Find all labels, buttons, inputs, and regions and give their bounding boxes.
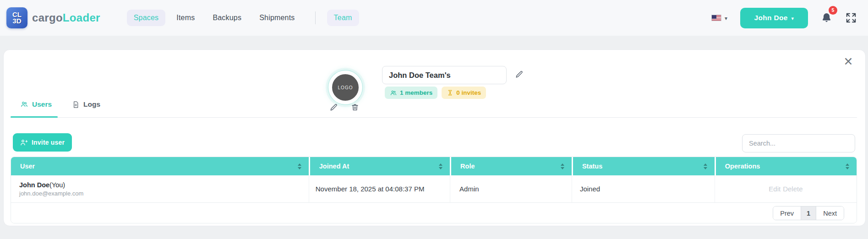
top-navigation-bar: CL 3D cargoLoader Spaces Items Backups S… (0, 0, 868, 36)
user-menu-button[interactable]: John Doe (740, 8, 808, 28)
pagination-current-page[interactable]: 1 (801, 206, 816, 220)
nav-item-backups[interactable]: Backups (206, 10, 248, 26)
tab-users[interactable]: Users (20, 100, 52, 109)
chevron-down-icon (725, 14, 727, 22)
users-table: User Joined At Role Status Operations (11, 157, 857, 223)
invite-user-button[interactable]: Invite user (13, 133, 72, 152)
table-footer: Prev 1 Next (11, 203, 857, 223)
column-header-status[interactable]: Status (572, 157, 715, 175)
logo-text-bottom: 3D (12, 18, 21, 24)
column-label: Joined At (319, 163, 349, 170)
cell-operations: Edit Delete (715, 175, 857, 202)
pagination-next-button[interactable]: Next (816, 206, 844, 220)
team-badges: 1 members 0 invites (385, 87, 486, 99)
brand-title: cargoLoader (32, 11, 100, 24)
tab-logs[interactable]: Logs (72, 100, 100, 109)
user-you-suffix: (You) (49, 181, 65, 189)
column-header-operations[interactable]: Operations (715, 157, 857, 175)
main-nav: Spaces Items Backups Shipments Team (127, 10, 359, 26)
edit-avatar-icon[interactable] (329, 103, 338, 112)
sort-icon[interactable] (298, 163, 301, 169)
nav-divider (315, 11, 316, 24)
tabs-divider (11, 117, 857, 118)
column-label: Status (582, 163, 602, 170)
close-icon[interactable] (841, 54, 856, 69)
document-icon (72, 101, 80, 109)
users-icon (20, 100, 28, 109)
invite-user-label: Invite user (32, 139, 65, 146)
invites-badge: 0 invites (442, 87, 486, 99)
team-avatar: LOGO (328, 71, 362, 104)
cell-joined-at: November 18, 2025 at 04:08:37 PM (309, 175, 450, 202)
nav-item-spaces[interactable]: Spaces (127, 10, 166, 26)
edit-operation-link[interactable]: Edit (769, 185, 781, 193)
person-plus-icon (20, 139, 28, 147)
team-name-input[interactable] (382, 66, 507, 84)
brand-gray: cargo (32, 11, 63, 24)
sort-icon[interactable] (846, 163, 849, 169)
avatar-actions (329, 103, 359, 112)
cell-role: Admin (450, 175, 572, 202)
search-input[interactable] (742, 134, 855, 152)
members-badge-label: 1 members (400, 89, 432, 96)
header-right-cluster: John Doe 5 (711, 8, 862, 28)
table-header-row: User Joined At Role Status Operations (11, 157, 857, 175)
role-value: Admin (459, 185, 562, 193)
notification-count-badge: 5 (829, 6, 837, 15)
sort-icon[interactable] (439, 163, 442, 169)
notifications-button[interactable]: 5 (821, 12, 832, 24)
user-email: john.doe@example.com (19, 190, 300, 197)
column-header-user[interactable]: User (11, 157, 309, 175)
active-tab-underline (11, 116, 58, 118)
user-name-text: John Doe (19, 181, 49, 189)
team-avatar-label: LOGO (338, 85, 353, 90)
nav-item-items[interactable]: Items (169, 10, 202, 26)
language-selector[interactable] (711, 14, 727, 22)
tab-users-label: Users (32, 100, 52, 109)
team-panel: LOGO 1 members 0 invites (3, 49, 866, 226)
sort-icon[interactable] (704, 163, 707, 169)
cell-status: Joined (572, 175, 715, 202)
column-label: Operations (725, 163, 760, 170)
user-name: John Doe(You) (19, 181, 300, 189)
us-flag-icon (711, 15, 721, 21)
column-header-joined-at[interactable]: Joined At (309, 157, 450, 175)
app-logo-icon: CL 3D (6, 7, 27, 28)
nav-item-shipments[interactable]: Shipments (252, 10, 301, 26)
team-name-edit-icon[interactable] (515, 70, 524, 79)
column-label: Role (460, 163, 475, 170)
chevron-down-icon (792, 14, 794, 22)
joined-at-value: November 18, 2025 at 04:08:37 PM (316, 185, 441, 193)
users-icon (390, 89, 397, 97)
members-badge: 1 members (385, 87, 437, 99)
table-row: John Doe(You) john.doe@example.com Novem… (11, 175, 857, 203)
column-label: User (20, 163, 35, 170)
tab-logs-label: Logs (83, 100, 100, 109)
nav-item-team[interactable]: Team (327, 10, 359, 26)
delete-operation-link[interactable]: Delete (783, 185, 802, 193)
fullscreen-icon[interactable] (845, 12, 857, 24)
column-header-role[interactable]: Role (450, 157, 572, 175)
pagination: Prev 1 Next (773, 206, 844, 220)
hourglass-icon (447, 89, 453, 96)
status-value: Joined (580, 185, 705, 193)
brand-teal: Loader (63, 11, 100, 24)
team-tabs: Users Logs (20, 100, 100, 109)
cell-user: John Doe(You) john.doe@example.com (11, 175, 309, 202)
sort-icon[interactable] (561, 163, 564, 169)
delete-avatar-icon[interactable] (351, 103, 359, 112)
user-menu-label: John Doe (754, 14, 788, 22)
pagination-prev-button[interactable]: Prev (773, 206, 801, 220)
invites-badge-label: 0 invites (456, 89, 481, 96)
